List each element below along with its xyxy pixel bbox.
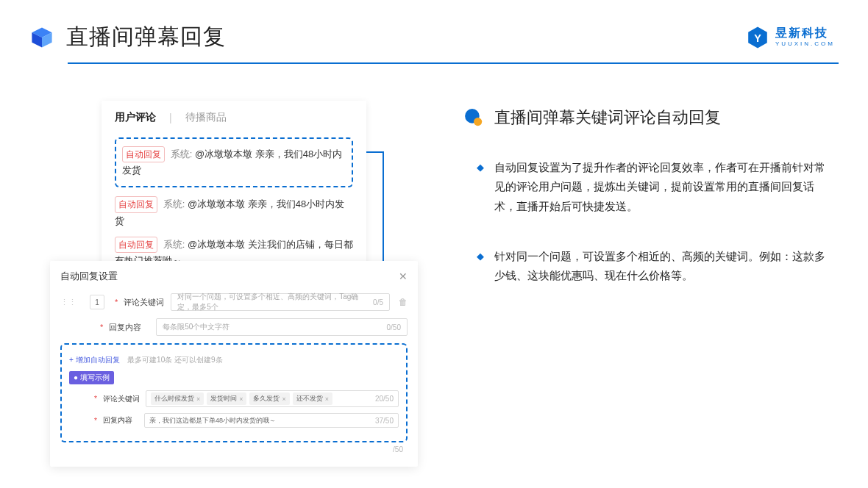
- keyword-row: ⋮⋮ 1 * 评论关键词 对同一个问题，可设置多个相近、高频的关键词，Tag确定…: [60, 293, 408, 311]
- drag-handle-icon[interactable]: ⋮⋮: [60, 298, 77, 307]
- example-keyword-row: * 评论关键词 什么时候发货× 发货时间× 多久发货× 还不发货× 20/50: [90, 390, 399, 407]
- cube-icon: [29, 25, 54, 50]
- keyword-input[interactable]: 对同一个问题，可设置多个相近、高频的关键词，Tag确定，最多5个 0/5: [171, 293, 390, 311]
- brand-name: 昱新科技: [775, 27, 835, 39]
- delete-icon[interactable]: 🗑: [399, 297, 408, 307]
- required-star: *: [115, 298, 118, 306]
- ex-content-label: 回复内容: [103, 415, 138, 426]
- section-head: 直播间弹幕关键词评论自动回复: [463, 107, 835, 129]
- page-header: 直播间弹幕回复 Y 昱新科技 YUUXIN.COM: [0, 0, 868, 52]
- content-label: 回复内容: [109, 322, 150, 333]
- bullet-item: 针对同一个问题，可设置多个相近的、高频的关键词。例如：这款多少钱、这块能优惠吗、…: [477, 247, 835, 286]
- comments-card: 用户评论 | 待播商品 自动回复 系统: @冰墩墩本墩 亲亲，我们48小时内发货…: [102, 101, 366, 282]
- illustration-column: 用户评论 | 待播商品 自动回复 系统: @冰墩墩本墩 亲亲，我们48小时内发货…: [37, 101, 419, 453]
- bullet-list: 自动回复设置为了提升作者的评论回复效率，作者可在开播前针对常见的评论用户问题，提…: [463, 158, 835, 285]
- tab-divider: |: [169, 112, 172, 123]
- add-row: + 增加自动回复 最多可建10条 还可以创建9条: [69, 352, 399, 365]
- tag-chip[interactable]: 多久发货×: [249, 392, 289, 405]
- auto-reply-tag: 自动回复: [115, 237, 157, 253]
- add-note: 最多可建10条 还可以创建9条: [127, 356, 222, 364]
- tag-chip[interactable]: 什么时候发货×: [151, 392, 204, 405]
- main-content: 用户评论 | 待播商品 自动回复 系统: @冰墩墩本墩 亲亲，我们48小时内发货…: [0, 64, 868, 453]
- ex-content-value: 亲，我们这边都是下单48小时内发货的哦～: [149, 416, 276, 426]
- keyword-counter: 0/5: [373, 298, 383, 306]
- ex-keyword-label: 评论关键词: [103, 394, 140, 404]
- brand-text: 昱新科技 YUUXIN.COM: [775, 27, 835, 47]
- ex-kw-counter: 20/50: [375, 395, 394, 403]
- brand-icon: Y: [746, 26, 769, 49]
- svg-text:Y: Y: [754, 32, 761, 43]
- tag-chip[interactable]: 发货时间×: [207, 392, 246, 405]
- comments-tabs: 用户评论 | 待播商品: [115, 111, 353, 124]
- settings-card: 自动回复设置 ✕ ⋮⋮ 1 * 评论关键词 对同一个问题，可设置多个相近、高频的…: [50, 261, 418, 467]
- example-box: + 增加自动回复 最多可建10条 还可以创建9条 ● 填写示例 * 评论关键词 …: [60, 343, 408, 442]
- required-star: *: [100, 323, 103, 331]
- settings-header: 自动回复设置 ✕: [60, 270, 408, 283]
- auto-reply-tag: 自动回复: [115, 196, 157, 212]
- page-title: 直播间弹幕回复: [66, 22, 226, 52]
- ex-content-counter: 37/50: [375, 417, 394, 425]
- outer-counter: /50: [60, 445, 403, 453]
- svg-point-6: [474, 118, 482, 126]
- bullet-item: 自动回复设置为了提升作者的评论回复效率，作者可在开播前针对常见的评论用户问题，提…: [477, 158, 835, 216]
- connector-line: [366, 151, 384, 153]
- content-row: * 回复内容 每条限50个中文字符 0/50: [60, 318, 408, 336]
- example-tags-input[interactable]: 什么时候发货× 发货时间× 多久发货× 还不发货× 20/50: [146, 390, 399, 407]
- example-content-row: * 回复内容 亲，我们这边都是下单48小时内发货的哦～ 37/50: [90, 413, 399, 428]
- tag-chip[interactable]: 还不发货×: [293, 392, 332, 405]
- chat-bubble-icon: [463, 107, 484, 128]
- brand-sub: YUUXIN.COM: [775, 41, 835, 47]
- comment-line: 自动回复 系统: @冰墩墩本墩 亲亲，我们48小时内发货: [115, 196, 353, 229]
- row-number: 1: [90, 295, 104, 309]
- tab-pending-products[interactable]: 待播商品: [185, 111, 227, 124]
- example-content-input[interactable]: 亲，我们这边都是下单48小时内发货的哦～ 37/50: [144, 413, 399, 428]
- system-label: 系统:: [163, 198, 185, 209]
- placeholder-text: 对同一个问题，可设置多个相近、高频的关键词，Tag确定，最多5个: [177, 292, 373, 312]
- highlighted-comment: 自动回复 系统: @冰墩墩本墩 亲亲，我们48小时内发货: [115, 137, 353, 187]
- content-counter: 0/50: [387, 323, 401, 331]
- auto-reply-tag: 自动回复: [122, 146, 165, 162]
- system-label: 系统:: [163, 239, 185, 250]
- settings-title: 自动回复设置: [60, 270, 118, 283]
- description-column: 直播间弹幕关键词评论自动回复 自动回复设置为了提升作者的评论回复效率，作者可在开…: [463, 101, 835, 453]
- section-title: 直播间弹幕关键词评论自动回复: [494, 107, 721, 129]
- content-input[interactable]: 每条限50个中文字符 0/50: [156, 318, 408, 336]
- add-auto-reply-link[interactable]: + 增加自动回复: [69, 356, 120, 364]
- required-star: *: [94, 395, 97, 403]
- required-star: *: [94, 417, 97, 425]
- keyword-label: 评论关键词: [124, 297, 165, 308]
- placeholder-text: 每条限50个中文字符: [163, 322, 230, 332]
- close-icon[interactable]: ✕: [399, 270, 408, 282]
- example-badge: ● 填写示例: [69, 371, 114, 384]
- brand-block: Y 昱新科技 YUUXIN.COM: [746, 26, 835, 49]
- comment-line: 自动回复 系统: @冰墩墩本墩 亲亲，我们48小时内发货: [122, 146, 346, 179]
- system-label: 系统:: [171, 148, 193, 159]
- tab-user-comments[interactable]: 用户评论: [115, 111, 156, 124]
- header-left: 直播间弹幕回复: [29, 22, 226, 52]
